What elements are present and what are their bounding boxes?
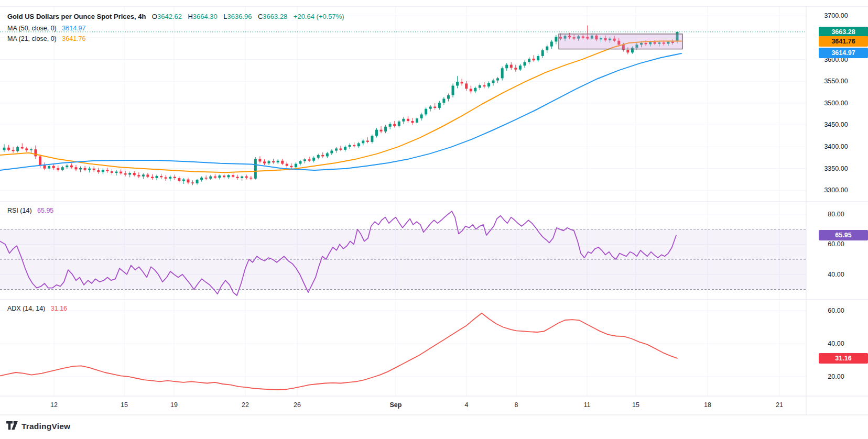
candle-body — [3, 148, 6, 150]
low-label: L — [223, 13, 227, 20]
candle-body — [16, 147, 19, 151]
candle-body — [290, 166, 292, 167]
candle-body — [84, 168, 86, 170]
candle-body — [200, 178, 203, 180]
ma21-legend-row[interactable]: MA (21, close, 0) 3641.76 — [7, 35, 85, 42]
candle-body — [366, 140, 369, 141]
candle-body — [528, 59, 530, 62]
candle-body — [281, 161, 284, 164]
candle-body — [151, 177, 154, 178]
time-axis-label: 12 — [50, 401, 58, 409]
candle-body — [384, 127, 387, 131]
adx-axis-label: 20.00 — [810, 373, 862, 380]
candle-body — [438, 103, 441, 108]
candle-body — [474, 88, 476, 92]
time-axis-label: 22 — [242, 401, 249, 409]
candle-body — [375, 130, 378, 136]
candle-body — [514, 68, 517, 69]
price-axis-label: 3300.00 — [810, 186, 862, 194]
candle-body — [120, 172, 122, 173]
candle-body — [510, 65, 513, 68]
price-axis-label: 3700.00 — [810, 12, 862, 19]
candle-body — [232, 175, 234, 177]
candle-body — [249, 178, 252, 179]
candle-body — [330, 151, 333, 153]
rsi-axis-label: 80.00 — [810, 211, 862, 218]
candle-body — [349, 145, 351, 147]
candle-body — [66, 166, 68, 167]
candle-body — [555, 37, 557, 41]
candle-body — [371, 136, 373, 142]
rsi-legend-row[interactable]: RSI (14) 65.95 — [7, 207, 53, 214]
candle-body — [137, 175, 140, 176]
price-axis-label: 3450.00 — [810, 121, 862, 128]
adx-axis-label: 40.00 — [810, 340, 862, 347]
candle-body — [550, 41, 553, 46]
candle-body — [223, 175, 225, 177]
candle-body — [39, 156, 41, 165]
candle-body — [44, 165, 46, 169]
rsi-axis-label: 60.00 — [810, 240, 862, 248]
candle-body — [308, 159, 311, 160]
symbol-title: Gold US Dollars per Ounce Spot Prices, 4… — [7, 13, 146, 20]
candle-body — [187, 180, 189, 183]
rsi-label: RSI (14) — [7, 207, 32, 214]
candle-body — [115, 172, 118, 173]
candle-body — [93, 169, 95, 170]
candle-body — [380, 130, 383, 131]
candle-body — [541, 50, 544, 56]
candle-body — [218, 175, 221, 178]
candle-body — [326, 153, 329, 157]
tradingview-logo[interactable]: TradingView — [6, 421, 70, 432]
candle-body — [146, 174, 149, 177]
time-axis-label: 21 — [776, 401, 783, 409]
adx-value: 31.16 — [51, 305, 67, 312]
price-axis-label: 3500.00 — [810, 100, 862, 107]
trading-chart-window: Gold US Dollars per Ounce Spot Prices, 4… — [0, 0, 868, 439]
candle-body — [52, 166, 55, 168]
adx-legend-row[interactable]: ADX (14, 14) 31.16 — [7, 305, 67, 312]
ma21-line — [0, 41, 681, 173]
candle-body — [340, 148, 342, 149]
candle-body — [461, 82, 463, 83]
candle-body — [241, 177, 243, 178]
close-value: 3663.28 — [263, 13, 287, 20]
candle-body — [626, 50, 629, 52]
candle-body — [245, 177, 248, 178]
candle-body — [519, 65, 522, 69]
time-axis-label: 4 — [465, 401, 469, 409]
candle-body — [124, 173, 127, 174]
chart-canvas[interactable] — [0, 0, 868, 439]
time-axis-label: 11 — [584, 401, 591, 409]
candle-body — [344, 147, 346, 150]
change-value: +20.64 (+0.57%) — [294, 13, 344, 20]
candle-body — [362, 140, 364, 143]
rsi-band-fill — [0, 229, 806, 290]
candle-body — [21, 147, 24, 148]
candle-body — [303, 159, 306, 161]
adx-axis-label: 60.00 — [810, 307, 862, 314]
highlight-box[interactable] — [559, 34, 682, 49]
candle-body — [128, 173, 131, 174]
candle-body — [312, 158, 315, 161]
candle-body — [407, 119, 409, 121]
candle-body — [389, 124, 392, 127]
rsi-badge: 65.95 — [819, 230, 868, 240]
candle-body — [254, 159, 257, 178]
candle-body — [191, 182, 194, 183]
candle-body — [546, 47, 548, 50]
symbol-legend-row[interactable]: Gold US Dollars per Ounce Spot Prices, 4… — [7, 12, 344, 21]
candle-body — [523, 62, 526, 66]
price-axis-label: 3400.00 — [810, 143, 862, 150]
candle-body — [263, 161, 266, 163]
time-axis-label: 8 — [515, 401, 518, 409]
price-badge: 3641.76 — [819, 36, 868, 47]
candle-body — [533, 59, 535, 60]
candle-body — [317, 155, 320, 158]
candle-body — [111, 171, 113, 173]
candle-body — [182, 180, 185, 181]
ma50-legend-row[interactable]: MA (50, close, 0) 3614.97 — [7, 25, 85, 32]
candle-body — [30, 149, 32, 150]
candle-body — [420, 114, 423, 118]
time-axis-label: 15 — [632, 401, 639, 409]
